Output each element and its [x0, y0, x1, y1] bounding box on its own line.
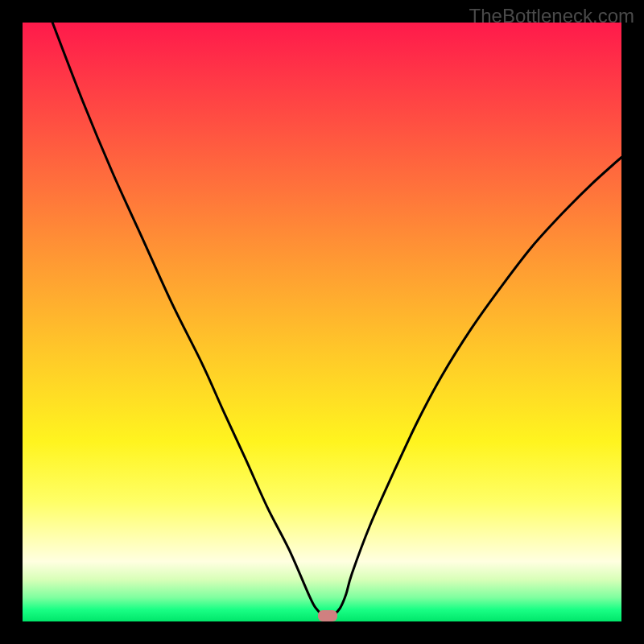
chart-frame: { "watermark": "TheBottleneck.com", "cha… [0, 0, 644, 644]
optimum-marker [318, 610, 337, 621]
curve-svg [23, 23, 621, 621]
watermark-text: TheBottleneck.com [469, 5, 634, 27]
plot-area [23, 23, 621, 621]
bottleneck-curve [52, 23, 621, 616]
